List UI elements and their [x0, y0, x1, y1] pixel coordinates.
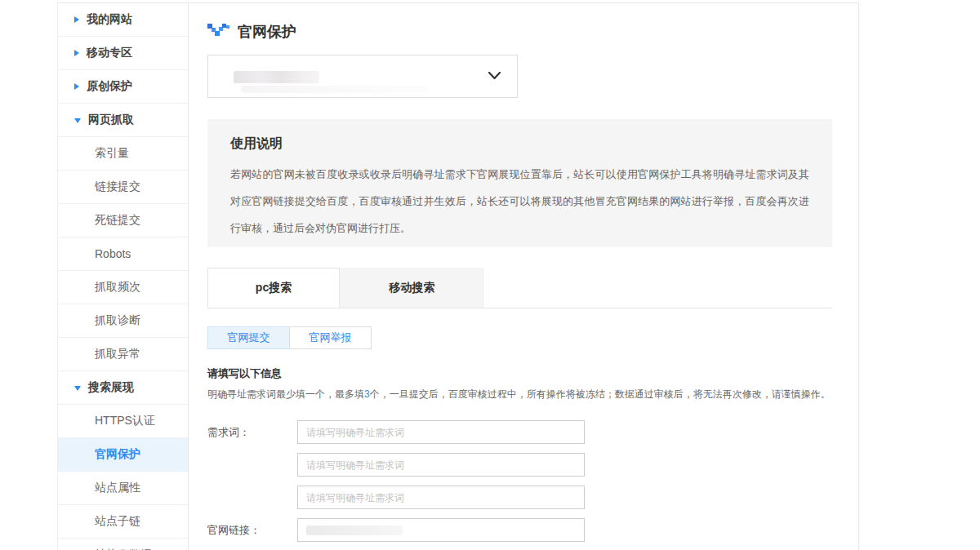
sidebar-item-label: HTTPS认证: [95, 414, 155, 428]
sidebar-item-label: 死链提交: [95, 213, 140, 228]
redacted-link-value: [306, 526, 403, 535]
sidebar-item-dead-link-submit[interactable]: 死链提交: [58, 204, 188, 237]
form-intro-title: 请填写以下信息: [207, 366, 832, 381]
sidebar-item-label: 官网保护: [95, 447, 140, 462]
sidebar-item-label: 网页抓取: [88, 113, 134, 127]
tab-mobile-search[interactable]: 移动搜索: [340, 268, 484, 308]
sidebar-item-label: 原创保护: [87, 79, 132, 94]
keyword-label: 需求词：: [207, 420, 297, 518]
official-protection-logo-icon: [207, 24, 229, 41]
form-intro-description: 明确寻址需求词最少填一个，最多填3个，一旦提交后，百度审核过程中，所有操作将被冻…: [207, 388, 832, 401]
sidebar-item-label: 移动专区: [87, 46, 132, 60]
chevron-down-icon: [488, 72, 501, 80]
chevron-right-icon: [74, 16, 79, 23]
sidebar-item-label: 我的网站: [87, 12, 132, 27]
chevron-down-icon: [74, 386, 81, 391]
sidebar-item-official-site-protection[interactable]: 官网保护: [58, 438, 188, 472]
desc-part1: 明确寻址需求词最少填一个，最多填: [207, 388, 364, 400]
sidebar-item-structured-data[interactable]: 结构化数据: [58, 539, 188, 550]
usage-body: 若网站的官网未被百度收录或收录后明确寻址需求下官网展现位置靠后，站长可以使用官网…: [230, 161, 809, 242]
sidebar-item-search-display[interactable]: 搜索展现: [58, 371, 188, 405]
sidebar-item-crawl-exception[interactable]: 抓取异常: [58, 338, 188, 371]
chevron-right-icon: [74, 83, 79, 90]
sidebar-item-site-attributes[interactable]: 站点属性: [58, 472, 188, 505]
sidebar: 我的网站 移动专区 原创保护 网页抓取 索引量 链接提交 死链提交: [58, 3, 189, 550]
usage-instructions-box: 使用说明 若网站的官网未被百度收录或收录后明确寻址需求下官网展现位置靠后，站长可…: [207, 119, 832, 247]
sidebar-item-link-submit[interactable]: 链接提交: [58, 171, 188, 204]
app-shell: 我的网站 移动专区 原创保护 网页抓取 索引量 链接提交 死链提交: [57, 2, 859, 550]
chevron-right-icon: [74, 50, 79, 56]
keyword-inputs: [297, 420, 585, 518]
sidebar-item-label: 站点子链: [95, 514, 140, 529]
sidebar-item-original-protection[interactable]: 原创保护: [58, 70, 188, 104]
main-content: 官网保护 使用说明 若网站的官网未被百度收录或收录后明确寻址需求下官网展现位置靠…: [189, 3, 858, 550]
sidebar-item-label: 抓取异常: [95, 347, 140, 361]
page: 我的网站 移动专区 原创保护 网页抓取 索引量 链接提交 死链提交: [0, 0, 980, 550]
protection-form: 需求词： 官网链接：: [207, 420, 832, 542]
keyword-input-2[interactable]: [297, 453, 585, 477]
sidebar-item-mobile-zone[interactable]: 移动专区: [58, 37, 188, 70]
search-type-tabs: pc搜索 移动搜索: [207, 268, 832, 308]
sidebar-item-crawl-diagnosis[interactable]: 抓取诊断: [58, 304, 188, 338]
keyword-input-1[interactable]: [297, 420, 585, 444]
sidebar-item-web-crawl[interactable]: 网页抓取: [58, 104, 188, 137]
action-subtabs: 官网提交 官网举报: [207, 326, 832, 349]
desc-part2: 个，一旦提交后，百度审核过程中，所有操作将被冻结；数据通过审核后，将无法再次修改…: [370, 388, 831, 400]
sidebar-item-label: 抓取频次: [95, 280, 140, 295]
sidebar-item-crawl-frequency[interactable]: 抓取频次: [58, 271, 188, 304]
official-link-input[interactable]: [297, 518, 585, 542]
redacted-site-smear: [241, 86, 429, 93]
sidebar-item-label: 搜索展现: [88, 380, 134, 395]
subtab-site-submit[interactable]: 官网提交: [207, 326, 290, 349]
sidebar-item-label: 站点属性: [95, 481, 140, 495]
keyword-input-3[interactable]: [297, 486, 585, 509]
sidebar-item-my-websites[interactable]: 我的网站: [58, 3, 188, 37]
usage-title: 使用说明: [230, 135, 809, 153]
keyword-row: 需求词：: [207, 420, 832, 518]
page-header: 官网保护: [207, 22, 832, 42]
sidebar-item-https-certification[interactable]: HTTPS认证: [58, 405, 188, 438]
sidebar-item-label: Robots: [95, 247, 131, 260]
sidebar-item-index-volume[interactable]: 索引量: [58, 137, 188, 171]
sidebar-item-robots[interactable]: Robots: [58, 237, 188, 271]
sidebar-item-site-sublinks[interactable]: 站点子链: [58, 505, 188, 539]
chevron-down-icon: [74, 118, 81, 123]
sidebar-item-label: 抓取诊断: [95, 313, 140, 328]
tab-pc-search[interactable]: pc搜索: [207, 268, 340, 308]
official-link-row: 官网链接：: [207, 518, 832, 542]
desc-max-count: 3: [364, 388, 370, 400]
subtab-site-report[interactable]: 官网举报: [289, 326, 372, 349]
sidebar-item-label: 索引量: [95, 146, 129, 161]
site-selector-dropdown[interactable]: [207, 55, 518, 98]
sidebar-item-label: 链接提交: [95, 180, 140, 194]
redacted-site-name: [234, 71, 319, 83]
page-title: 官网保护: [238, 22, 296, 42]
official-link-label: 官网链接：: [207, 518, 297, 542]
